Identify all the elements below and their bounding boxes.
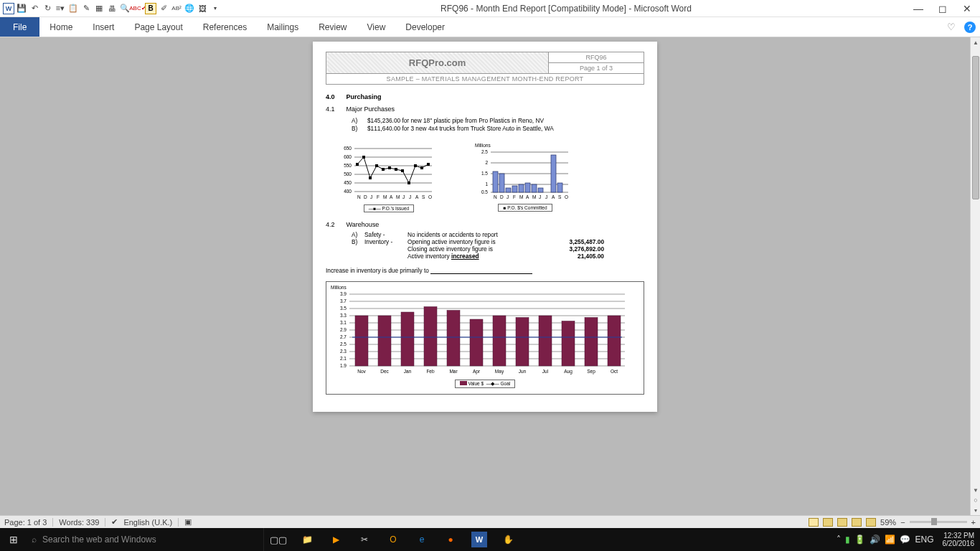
tab-page-layout[interactable]: Page Layout [124,17,192,37]
svg-text:550: 550 [344,163,352,168]
tab-view[interactable]: View [357,17,396,37]
svg-rect-95 [470,319,483,366]
battery-icon[interactable]: 🔋 [854,534,865,545]
start-button[interactable]: ⊞ [0,528,27,551]
snipping-icon[interactable]: ✂ [350,528,379,551]
svg-text:2.9: 2.9 [340,327,347,332]
macro-icon[interactable]: ▣ [184,517,192,527]
save-icon[interactable]: 💾 [16,3,27,14]
tab-file[interactable]: File [0,17,39,37]
highlighter-icon[interactable]: ✐ [158,3,169,14]
big-chart-title: Millions [331,285,639,290]
zoom-level[interactable]: 59% [880,518,896,527]
svg-rect-18 [395,168,397,171]
svg-text:Jan: Jan [404,369,412,374]
taskbar-search[interactable]: ⌕Search the web and Windows [27,528,264,551]
print-icon[interactable]: 🖶 [106,3,118,14]
windows-taskbar: ⊞ ⌕Search the web and Windows ▢▢ 📁 ▶ ✂ O… [0,528,980,551]
svg-rect-94 [447,311,460,367]
clock[interactable]: 12:32 PM6/20/2016 [938,532,979,547]
svg-text:3.1: 3.1 [340,320,347,325]
status-page[interactable]: Page: 1 of 3 [4,518,47,527]
customize-qat-icon[interactable]: ▾ [209,3,221,14]
file-explorer-icon[interactable]: 📁 [293,528,321,551]
vertical-scrollbar[interactable]: ▲ ▼ ○ ▾ [970,37,980,515]
bullets-icon[interactable]: ≡▾ [55,3,66,14]
scroll-down-icon[interactable]: ▼ [971,485,980,495]
svg-text:2.3: 2.3 [340,349,347,354]
svg-text:650: 650 [344,146,352,151]
zoom-slider[interactable] [910,521,967,523]
svg-rect-14 [369,176,372,179]
status-language[interactable]: English (U.K.) [123,518,172,527]
svg-rect-50 [519,184,524,192]
outline-view-button[interactable] [852,518,862,527]
next-page-icon[interactable]: ▾ [971,505,980,515]
tab-references[interactable]: References [193,17,257,37]
help-icon[interactable]: ? [964,22,976,33]
outlook-icon[interactable]: O [379,528,407,551]
undo-icon[interactable]: ↶ [29,3,40,14]
svg-text:600: 600 [344,154,352,159]
scroll-thumb[interactable] [972,56,979,199]
zoom-in-button[interactable]: + [971,518,976,527]
tab-review[interactable]: Review [308,17,357,37]
minimize-button[interactable]: — [911,2,925,15]
po-committed-chart: Millions 2.521.510.5 NDJFMAMJJASO ■ P.O.… [475,143,575,212]
edit-icon[interactable]: ✎ [80,3,92,14]
edge-icon[interactable]: e [407,528,436,551]
picture-icon[interactable]: 🖼 [197,3,208,14]
sec-40-title: Purchasing [347,93,382,100]
zoom-out-button[interactable]: − [900,518,905,527]
svg-text:400: 400 [344,189,352,194]
maximize-button[interactable]: ◻ [936,2,950,15]
print-layout-view-button[interactable] [809,518,819,527]
tray-chevron-icon[interactable]: ˄ [837,534,841,545]
svg-rect-21 [414,164,417,167]
action-center-icon[interactable]: 💬 [900,534,910,545]
svg-rect-23 [427,163,430,166]
inv-close-label: Closing active inventory figure is [407,245,544,253]
volume-icon[interactable]: 🔊 [870,534,880,545]
svg-text:O: O [428,194,432,199]
draft-view-button[interactable] [866,518,876,527]
task-view-icon[interactable]: ▢▢ [264,528,293,551]
word-taskbar-icon[interactable]: W [465,528,494,551]
svg-text:J: J [409,194,411,199]
tab-developer[interactable]: Developer [395,17,455,37]
svg-text:3.9: 3.9 [340,291,347,296]
proofing-icon[interactable]: ✔ [111,517,118,527]
sec-41-num: 4.1 [326,105,335,113]
tab-mailings[interactable]: Mailings [257,17,308,37]
browse-object-icon[interactable]: ○ [971,495,980,505]
ribbon-collapse-icon[interactable]: ♡ [947,17,961,37]
spellcheck-icon[interactable]: ABC✔ [132,3,143,14]
svg-text:Aug: Aug [564,369,573,375]
close-button[interactable]: ✕ [960,2,974,15]
status-words[interactable]: Words: 339 [59,518,99,527]
svg-text:D: D [364,194,367,199]
svg-text:2.5: 2.5 [481,149,488,154]
svg-text:J: J [370,194,372,199]
inventory-chart: Millions 3.93.73.53.33.12.92.72.52.32.11… [326,281,644,395]
word-icon[interactable]: W [3,3,14,14]
tray-note-icon[interactable]: ▮ [845,534,850,545]
copy-icon[interactable]: 📋 [67,3,79,14]
wifi-icon[interactable]: 📶 [885,534,895,545]
tab-home[interactable]: Home [39,17,83,37]
media-player-icon[interactable]: ▶ [321,528,350,551]
scroll-up-icon[interactable]: ▲ [971,37,980,47]
tray-language[interactable]: ENG [915,534,933,545]
svg-text:Mar: Mar [449,369,458,374]
bold-icon[interactable]: B [145,3,156,14]
redo-icon[interactable]: ↻ [42,3,53,14]
font-size-icon[interactable]: AB² [171,3,182,14]
firefox-icon[interactable]: ● [436,528,465,551]
svg-text:M: M [383,194,387,199]
hand-icon[interactable]: ✋ [494,528,522,551]
table-icon[interactable]: ▦ [93,3,105,14]
fullscreen-view-button[interactable] [823,518,833,527]
tab-insert[interactable]: Insert [83,17,124,37]
hyperlink-icon[interactable]: 🌐 [184,3,195,14]
web-layout-view-button[interactable] [837,518,847,527]
